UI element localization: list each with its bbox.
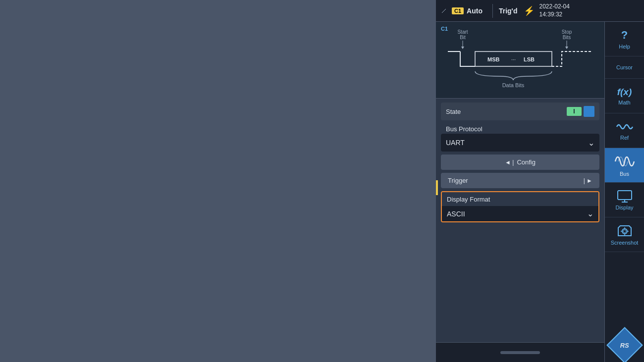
svg-text:Bit: Bit xyxy=(460,35,466,40)
svg-marker-5 xyxy=(461,47,464,49)
display-icon xyxy=(617,190,633,203)
trigger-label: Trigger xyxy=(448,177,468,184)
svg-text:Data Bits: Data Bits xyxy=(502,82,525,88)
display-format-chevron: ⌄ xyxy=(587,209,593,218)
bus-protocol-dropdown[interactable]: UART ⌄ xyxy=(441,134,599,152)
svg-point-17 xyxy=(623,230,626,233)
sidebar-item-help-label: Help xyxy=(619,44,630,50)
math-icon: f(x) xyxy=(617,87,632,98)
display-format-value: ASCII xyxy=(447,210,465,218)
state-value: I xyxy=(567,107,582,116)
sidebar-item-bus[interactable]: Bus xyxy=(605,148,644,183)
bus-icon xyxy=(614,154,635,169)
config-button[interactable]: ◄ | Config xyxy=(441,155,599,170)
separator xyxy=(492,4,493,18)
bus-protocol-label: Bus Protocol xyxy=(441,123,599,134)
sidebar-item-screenshot-label: Screenshot xyxy=(611,240,639,246)
bottom-bar xyxy=(436,342,604,362)
main-area: C1 Start Bit Stop Bits xyxy=(436,22,644,362)
state-label: State xyxy=(446,108,461,115)
top-bar: ⟋ C1 Auto Trig'd ⚡ 2022-02-04 14:39:32 xyxy=(436,0,644,22)
help-icon: ? xyxy=(621,29,628,42)
left-panel: C1 Start Bit Stop Bits xyxy=(436,22,604,362)
sidebar-item-display-label: Display xyxy=(615,205,633,210)
display-format-label-row: Display Format xyxy=(442,192,598,206)
display-format-section[interactable]: Display Format ASCII ⌄ xyxy=(441,191,599,222)
ref-icon xyxy=(616,121,634,133)
svg-text:Bits: Bits xyxy=(563,35,571,40)
bus-protocol-chevron: ⌄ xyxy=(588,138,594,148)
state-row: State I xyxy=(441,103,599,120)
config-label: Config xyxy=(517,158,536,166)
rs-logo: RS xyxy=(605,252,644,362)
sidebar-item-bus-label: Bus xyxy=(620,171,629,177)
battery-icon: ⚡ xyxy=(524,5,535,16)
bus-protocol-value: UART xyxy=(446,139,465,147)
display-format-label: Display Format xyxy=(447,196,490,203)
sidebar-item-cursor[interactable]: Cursor xyxy=(605,56,644,79)
c1-diagram-label: C1 xyxy=(441,26,448,32)
sidebar-item-help[interactable]: ? Help xyxy=(605,22,644,56)
svg-text:LSB: LSB xyxy=(524,56,535,62)
oscilloscope-panel: ⟋ C1 Auto Trig'd ⚡ 2022-02-04 14:39:32 C… xyxy=(436,0,644,362)
sidebar-item-math-label: Math xyxy=(618,100,630,105)
left-accent xyxy=(436,180,438,195)
rs-diamond-container: RS xyxy=(612,332,638,358)
sidebar-item-math[interactable]: f(x) Math xyxy=(605,79,644,113)
bus-protocol-section: Bus Protocol UART ⌄ xyxy=(441,123,599,152)
screenshot-icon xyxy=(616,224,633,238)
trigger-arrow: | ► xyxy=(584,177,592,184)
rs-text: RS xyxy=(620,342,629,349)
scroll-bar[interactable] xyxy=(500,351,540,354)
sidebar-item-ref-label: Ref xyxy=(620,135,629,141)
sidebar-item-ref[interactable]: Ref xyxy=(605,113,644,148)
sidebar-item-cursor-label: Cursor xyxy=(616,64,633,70)
sidebar-item-screenshot[interactable]: Screenshot xyxy=(605,217,644,252)
trigger-button[interactable]: Trigger | ► xyxy=(441,173,599,188)
sidebar-item-display[interactable]: Display xyxy=(605,183,644,217)
state-toggle[interactable]: I xyxy=(567,106,594,117)
svg-marker-7 xyxy=(565,47,568,49)
state-toggle-blue xyxy=(584,106,594,117)
waveform-icon: ⟋ xyxy=(440,6,448,15)
right-sidebar: ? Help Cursor f(x) Math Ref xyxy=(604,22,644,362)
controls-area: State I Bus Protocol UART ⌄ ◄ | xyxy=(436,99,604,342)
svg-text:Start: Start xyxy=(457,29,468,35)
diagram-area: C1 Start Bit Stop Bits xyxy=(436,22,604,99)
svg-text:MSB: MSB xyxy=(487,56,500,62)
trigd-label: Trig'd xyxy=(499,7,518,15)
svg-rect-13 xyxy=(618,191,632,200)
svg-text:Stop: Stop xyxy=(562,29,572,35)
datetime: 2022-02-04 14:39:32 xyxy=(539,3,570,18)
rs-diamond: RS xyxy=(606,327,643,362)
display-format-dropdown[interactable]: ASCII ⌄ xyxy=(442,206,598,221)
config-arrow: ◄ | xyxy=(505,159,514,166)
svg-text:···: ··· xyxy=(511,56,516,62)
c1-badge: C1 xyxy=(452,7,464,14)
auto-label: Auto xyxy=(467,7,483,15)
uart-diagram-svg: Start Bit Stop Bits xyxy=(443,27,596,91)
